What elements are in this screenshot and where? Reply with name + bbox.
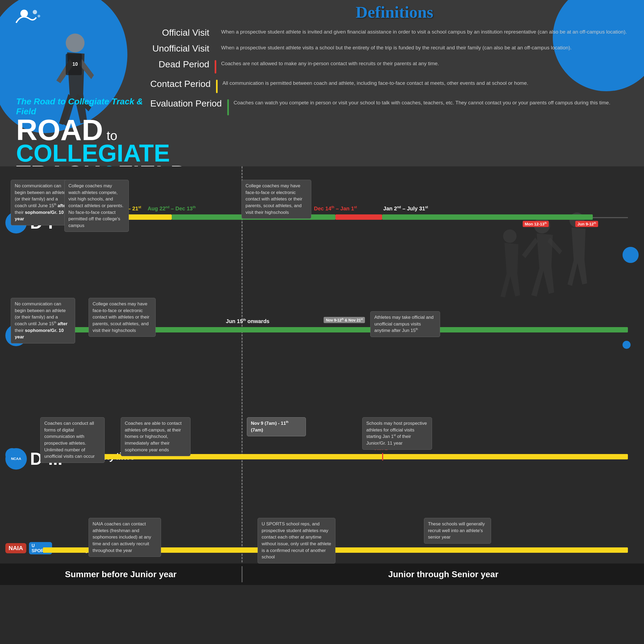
title-collegiate: COLLEGIATE bbox=[16, 143, 145, 164]
d1-bar-dec14-jan1 bbox=[335, 214, 382, 220]
d1-date-aug22: Aug 22nd – Dec 13th bbox=[148, 205, 196, 212]
d1-bar-aug1-21 bbox=[125, 214, 171, 220]
d1-bar-jan2-jul31 bbox=[382, 214, 593, 220]
d1-annotation-1: No communication can begin between an at… bbox=[11, 180, 72, 225]
d1-pill-jun9: Jun 9-12th bbox=[575, 221, 598, 227]
d2-annotation-2: College coaches may have face-to-face or… bbox=[89, 298, 156, 337]
svg-point-3 bbox=[66, 34, 85, 52]
definitions-area: Definitions Official Visit When a prospe… bbox=[150, 3, 639, 120]
ncaa-logo-d3: NCAA bbox=[5, 448, 27, 470]
logo-area bbox=[8, 8, 40, 31]
svg-point-2 bbox=[38, 15, 40, 17]
def-line-yellow bbox=[216, 80, 218, 93]
d3-annotation-3: Nov 9 (7am) - 11th (7am) bbox=[247, 417, 306, 436]
brand-logo-icon bbox=[8, 8, 40, 30]
d1-date-dec14: Dec 14th – Jan 1st bbox=[314, 205, 357, 212]
def-desc-dead: Coaches are not allowed to make any in-p… bbox=[221, 59, 639, 68]
def-term-official: Official Visit bbox=[150, 27, 215, 38]
naia-annotation-2: U SPORTS school reps, and prospective st… bbox=[258, 518, 335, 563]
def-desc-unofficial: When a prospective student athlete visit… bbox=[221, 43, 639, 52]
d2-date-onwards: Jun 15th onwards bbox=[226, 318, 269, 324]
bottom-label-junior-senior: Junior through Senior year bbox=[243, 569, 644, 579]
def-term-unofficial: Unofficial Visit bbox=[150, 43, 215, 54]
naia-annotation-1: NAIA coaches can contact athletes (fresh… bbox=[89, 518, 161, 557]
definition-evaluation-period: Evaluation Period Coaches can watch you … bbox=[150, 98, 639, 115]
d2-annotation-3: Athletes may take official and unofficia… bbox=[370, 311, 440, 337]
timeline-divider bbox=[241, 166, 243, 585]
def-term-dead: Dead Period bbox=[150, 59, 215, 70]
d2-annotation-1: No communication can begin between an at… bbox=[11, 298, 75, 343]
svg-point-0 bbox=[20, 10, 28, 17]
definition-official-visit: Official Visit When a prospective studen… bbox=[150, 27, 639, 38]
top-section: 10 The Road to Collegiate Track & Field … bbox=[0, 0, 644, 166]
bottom-labels-bar: Summer before Junior year Junior through… bbox=[0, 563, 644, 585]
def-term-contact: Contact Period bbox=[150, 78, 216, 89]
def-line-red bbox=[215, 60, 216, 74]
def-desc-eval: Coaches can watch you compete in person … bbox=[234, 98, 639, 107]
bottom-divider bbox=[241, 566, 243, 582]
definitions-heading: Definitions bbox=[150, 3, 639, 22]
d3-tick-jan1 bbox=[382, 453, 383, 460]
timeline-section: NCAA D-I Jun 15th Aug 1st – 21st Aug 22n… bbox=[0, 166, 644, 585]
def-desc-contact: All communication is permitted between c… bbox=[222, 78, 639, 87]
definition-unofficial-visit: Unofficial Visit When a prospective stud… bbox=[150, 43, 639, 54]
title-area: The Road to Collegiate Track & Field ROA… bbox=[16, 97, 145, 166]
d1-annotation-3: College coaches may have face-to-face or… bbox=[241, 180, 311, 219]
def-desc-official: When a prospective student athlete is in… bbox=[221, 27, 639, 36]
d3-annotation-4: Schools may host prospective athletes fo… bbox=[362, 417, 432, 450]
d3-annotation-1: Coaches can conduct all forms of digital… bbox=[40, 417, 105, 463]
definition-dead-period: Dead Period Coaches are not allowed to m… bbox=[150, 59, 639, 74]
naia-logo: NAIA bbox=[5, 543, 26, 553]
d1-timeline-bar: Jun 15th Aug 1st – 21st Aug 22nd – Dec 1… bbox=[43, 213, 628, 221]
d1-pill-mon: Mon 12-13th bbox=[523, 221, 549, 227]
bottom-label-summer: Summer before Junior year bbox=[0, 569, 241, 579]
svg-point-1 bbox=[33, 10, 37, 14]
d2-pill-nov912: Nov 9-12th & Nov 21st bbox=[324, 317, 365, 323]
blue-circle-decor-1 bbox=[623, 247, 639, 263]
blue-circle-decor-2 bbox=[623, 341, 631, 349]
title-trackfield: TRACK&FIELD bbox=[16, 164, 145, 167]
d3-annotation-2: Coaches are able to contact athletes off… bbox=[121, 417, 191, 456]
definition-contact-period: Contact Period All communication is perm… bbox=[150, 78, 639, 93]
svg-text:10: 10 bbox=[72, 61, 78, 67]
def-line-green bbox=[227, 99, 229, 115]
naia-annotation-3: These schools will generally recruit wel… bbox=[424, 518, 491, 544]
d1-date-jan2: Jan 2nd – July 31st bbox=[383, 205, 428, 212]
svg-point-7 bbox=[503, 229, 517, 243]
def-term-eval: Evaluation Period bbox=[150, 98, 227, 109]
d1-annotation-2: College coaches may watch athletes compe… bbox=[64, 180, 129, 232]
